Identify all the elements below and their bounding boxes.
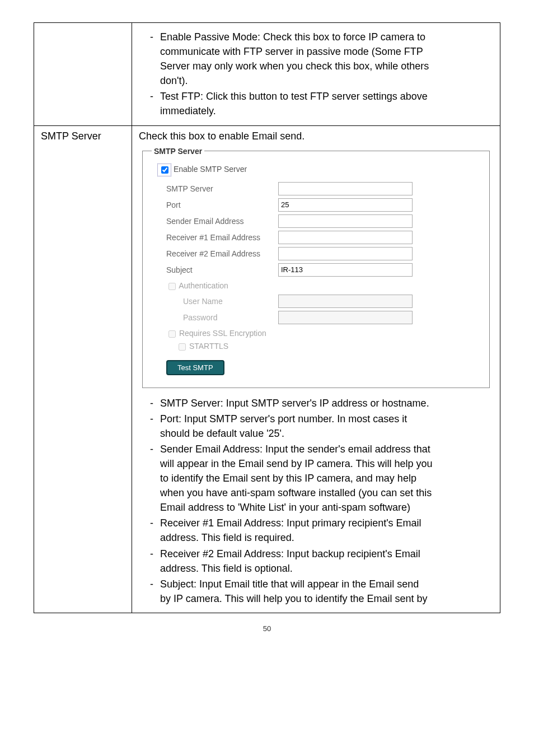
user-input[interactable] [278, 295, 413, 308]
recv1-input[interactable] [278, 231, 413, 244]
pass-input[interactable] [278, 311, 413, 324]
document-table: Enable Passive Mode: Check this box to f… [34, 22, 500, 613]
text-line: Server may only work when you check this… [160, 60, 429, 72]
starttls-label: STARTTLS [189, 342, 228, 351]
recv2-label: Receiver #2 Email Address [166, 249, 278, 258]
text-line: Receiver #2 Email Address: Input backup … [160, 548, 420, 559]
text-line: address. This field is optional. [160, 563, 293, 574]
enable-smtp-wrap [157, 164, 171, 176]
bullet-port: Port: Input SMTP server's port number. I… [150, 412, 493, 441]
enable-smtp-checkbox[interactable] [161, 166, 168, 174]
text-line: Enable Passive Mode: Check this box to f… [160, 31, 425, 43]
bullet-recv2: Receiver #2 Email Address: Input backup … [150, 547, 493, 576]
text-line: will appear in the Email send by IP came… [160, 458, 433, 469]
recv2-input[interactable] [278, 247, 413, 260]
bullet-sender: Sender Email Address: Input the sender's… [150, 442, 493, 515]
text-line: to identify the Email sent by this IP ca… [160, 473, 416, 484]
user-label: User Name [166, 297, 278, 306]
port-label: Port [166, 200, 278, 209]
text-line: by IP camera. This will help you to iden… [160, 593, 428, 604]
text-line: Receiver #1 Email Address: Input primary… [160, 517, 421, 529]
bullet-subject: Subject: Input Email title that will app… [150, 577, 493, 606]
text-line: Email address to 'White List' in your an… [160, 502, 410, 513]
row0-right-cell: Enable Passive Mode: Check this box to f… [132, 23, 500, 126]
text-line: Port: Input SMTP server's port number. I… [160, 413, 407, 424]
row1-right-cell: Check this box to enable Email send. SMT… [132, 125, 500, 613]
bullet-recv1: Receiver #1 Email Address: Input primary… [150, 516, 493, 545]
sender-label: Sender Email Address [166, 217, 278, 226]
ssl-checkbox[interactable] [168, 330, 176, 338]
auth-checkbox[interactable] [168, 283, 176, 290]
pass-label: Password [166, 313, 278, 322]
text-line: don't). [160, 75, 188, 86]
recv1-label: Receiver #1 Email Address [166, 233, 278, 242]
text-line: Sender Email Address: Input the sender's… [160, 444, 430, 455]
page-number: 50 [34, 624, 500, 633]
text-line: when you have anti-spam software install… [160, 487, 432, 498]
bullet-smtp-server: SMTP Server: Input SMTP server's IP addr… [150, 396, 493, 410]
text-line: Subject: Input Email title that will app… [160, 578, 419, 590]
bullet-test-ftp: Test FTP: Click this button to test FTP … [150, 89, 493, 118]
starttls-checkbox[interactable] [179, 343, 186, 351]
intro-text: Check this box to enable Email send. [139, 130, 493, 142]
text-line: should be default value '25'. [160, 428, 284, 439]
bullet-passive-mode: Enable Passive Mode: Check this box to f… [150, 30, 493, 88]
auth-label: Authentication [179, 281, 228, 290]
text-line: immediately. [160, 105, 216, 116]
smtp-legend: SMTP Server [152, 147, 204, 156]
smtp-server-input[interactable] [278, 182, 413, 195]
ssl-label: Requires SSL Encryption [179, 329, 266, 338]
smtp-server-label: SMTP Server [166, 184, 278, 193]
row0-left-cell [34, 23, 132, 126]
subject-label: Subject [166, 265, 278, 274]
port-input[interactable] [278, 198, 413, 212]
text-line: communicate with FTP server in passive m… [160, 46, 423, 57]
test-smtp-button[interactable]: Test SMTP [166, 360, 224, 375]
text-line: address. This field is required. [160, 532, 294, 543]
sender-input[interactable] [278, 214, 413, 228]
enable-smtp-label: Enable SMTP Server [174, 165, 247, 174]
subject-input[interactable] [278, 263, 413, 277]
smtp-fieldset: SMTP Server Enable SMTP Server SMTP Serv… [142, 147, 490, 388]
text-line: Test FTP: Click this button to test FTP … [160, 91, 428, 102]
row1-left-cell: SMTP Server [34, 125, 132, 613]
